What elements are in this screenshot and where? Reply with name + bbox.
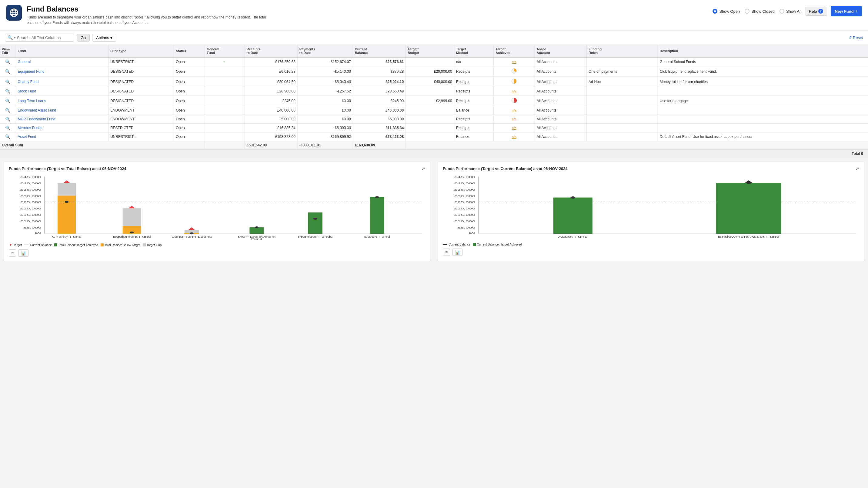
cell-general-fund: ✓ bbox=[205, 57, 245, 66]
balance-line2-icon bbox=[443, 244, 447, 245]
filter-show-open[interactable]: Show Open bbox=[713, 9, 740, 13]
svg-text:Equipment Fund: Equipment Fund bbox=[113, 235, 151, 238]
page-description: Funds are used to segregate your organis… bbox=[27, 14, 269, 26]
help-icon: ? bbox=[818, 9, 823, 13]
col-assoc-account[interactable]: Assoc.Account bbox=[535, 45, 586, 57]
bar-member-green bbox=[308, 212, 322, 234]
cell-assoc-account: All Accounts bbox=[535, 66, 586, 77]
legend-total-below: Total Raised: Below Target bbox=[101, 243, 140, 247]
row-search-icon[interactable]: 🔍 bbox=[5, 117, 10, 122]
svg-text:Endowment Asset Fund: Endowment Asset Fund bbox=[718, 235, 779, 238]
col-target-budget[interactable]: Target/Budget bbox=[406, 45, 454, 57]
col-status[interactable]: Status bbox=[174, 45, 205, 57]
cell-fund[interactable]: Equipment Fund bbox=[16, 66, 108, 77]
legend2-target-achieved: Current Balance: Target Achieved bbox=[473, 243, 522, 246]
cell-target-achieved bbox=[494, 66, 535, 77]
cell-fund[interactable]: Endowment Asset Fund bbox=[16, 106, 108, 115]
svg-text:£30,000: £30,000 bbox=[454, 194, 475, 197]
cell-view-edit: 🔍 bbox=[0, 66, 16, 77]
cell-target-achieved: n/a bbox=[494, 106, 535, 115]
actions-button[interactable]: Actions ▾ bbox=[92, 34, 116, 41]
cell-fund[interactable]: General bbox=[16, 57, 108, 66]
chart1-legend: ▼ Target Current Balance Total Raised: T… bbox=[9, 243, 425, 247]
svg-text:£20,000: £20,000 bbox=[20, 207, 41, 210]
col-receipts[interactable]: Receiptsto Date bbox=[245, 45, 297, 57]
cell-target-budget bbox=[406, 87, 454, 96]
cell-funding-rules: Ad-Hoc bbox=[586, 77, 658, 87]
cell-target-method: Balance bbox=[454, 106, 493, 115]
table-row: 🔍Asset FundUNRESTRICT...Open£198,323.00-… bbox=[0, 132, 868, 141]
cell-funding-rules bbox=[586, 124, 658, 132]
col-payments[interactable]: Paymentsto Date bbox=[297, 45, 353, 57]
help-button[interactable]: Help ? bbox=[805, 7, 827, 16]
cell-status: Open bbox=[174, 115, 205, 124]
cell-target-achieved: n/a bbox=[494, 115, 535, 124]
cell-fund-type: UNRESTRICT... bbox=[108, 57, 174, 66]
reset-button[interactable]: ↺ Reset bbox=[848, 35, 863, 40]
row-search-icon[interactable]: 🔍 bbox=[5, 108, 10, 113]
cell-general-fund bbox=[205, 115, 245, 124]
bar-charity-gap bbox=[58, 183, 76, 195]
col-funding-rules[interactable]: FundingRules bbox=[586, 45, 658, 57]
chart2-list-btn[interactable]: ≡ bbox=[443, 248, 450, 256]
cell-target-budget bbox=[406, 57, 454, 66]
row-search-icon[interactable]: 🔍 bbox=[5, 134, 10, 139]
row-search-icon[interactable]: 🔍 bbox=[5, 80, 10, 84]
go-button[interactable]: Go bbox=[77, 34, 90, 41]
cell-receipts: £28,908.00 bbox=[245, 87, 297, 96]
col-general-fund[interactable]: General..Fund bbox=[205, 45, 245, 57]
search-chevron[interactable]: ▾ bbox=[14, 36, 16, 40]
filter-show-closed[interactable]: Show Closed bbox=[745, 9, 775, 13]
cell-view-edit: 🔍 bbox=[0, 87, 16, 96]
svg-text:£10,000: £10,000 bbox=[20, 220, 41, 223]
chart2-bar-btn[interactable]: 📊 bbox=[453, 248, 463, 256]
cell-balance: £245.00 bbox=[353, 96, 405, 106]
cell-balance: £11,835.34 bbox=[353, 124, 405, 132]
cell-view-edit: 🔍 bbox=[0, 96, 16, 106]
cell-fund[interactable]: MCP Endowment Fund bbox=[16, 115, 108, 124]
cell-status: Open bbox=[174, 124, 205, 132]
chart2-title: Funds Performance (Target vs Current Bal… bbox=[443, 166, 859, 171]
cell-fund[interactable]: Charity Fund bbox=[16, 77, 108, 87]
equipment-target-arrow bbox=[128, 206, 135, 208]
cell-fund[interactable]: Stock Fund bbox=[16, 87, 108, 96]
row-search-icon[interactable]: 🔍 bbox=[5, 125, 10, 130]
cell-fund-type: DESIGNATED bbox=[108, 87, 174, 96]
new-fund-button[interactable]: New Fund + bbox=[831, 6, 862, 17]
svg-text:£10,000: £10,000 bbox=[454, 220, 475, 223]
chart1-expand-icon[interactable]: ⤢ bbox=[422, 166, 425, 171]
legend-balance-line: Current Balance bbox=[24, 243, 52, 247]
svg-text:£5,000: £5,000 bbox=[457, 226, 475, 230]
col-fund[interactable]: Fund bbox=[16, 45, 108, 57]
chart1-bar-btn[interactable]: 📊 bbox=[19, 249, 29, 257]
svg-text:£20,000: £20,000 bbox=[454, 207, 475, 210]
overall-sum-label: Overall Sum bbox=[0, 141, 205, 149]
cell-fund[interactable]: Long-Term Loans bbox=[16, 96, 108, 106]
row-search-icon[interactable]: 🔍 bbox=[5, 59, 10, 64]
asset-balance-dot bbox=[571, 196, 575, 199]
svg-text:£25,000: £25,000 bbox=[20, 201, 41, 204]
overall-sum-receipts: £501,642.80 bbox=[245, 141, 297, 149]
chart1-title: Funds Performance (Target vs Total Raise… bbox=[9, 166, 425, 171]
cell-payments: £0.00 bbox=[297, 115, 353, 124]
cell-payments: -£169,899.92 bbox=[297, 132, 353, 141]
filter-show-all[interactable]: Show All bbox=[779, 9, 801, 13]
chart2-expand-icon[interactable]: ⤢ bbox=[856, 166, 859, 171]
row-search-icon[interactable]: 🔍 bbox=[5, 89, 10, 94]
col-description[interactable]: Description bbox=[658, 45, 868, 57]
cell-assoc-account: All Accounts bbox=[535, 106, 586, 115]
col-fund-type[interactable]: Fund type bbox=[108, 45, 174, 57]
row-search-icon[interactable]: 🔍 bbox=[5, 98, 10, 103]
col-target-method[interactable]: TargetMethod bbox=[454, 45, 493, 57]
cell-fund[interactable]: Member Funds bbox=[16, 124, 108, 132]
cell-description: Club Equipment replacement Fund. bbox=[658, 66, 868, 77]
row-search-icon[interactable]: 🔍 bbox=[5, 69, 10, 74]
search-input[interactable] bbox=[17, 35, 71, 40]
col-balance[interactable]: CurrentBalance bbox=[353, 45, 405, 57]
cell-fund-type: DESIGNATED bbox=[108, 66, 174, 77]
cell-payments: -£5,140.00 bbox=[297, 66, 353, 77]
col-target-achieved[interactable]: TargetAchieved bbox=[494, 45, 535, 57]
cell-view-edit: 🔍 bbox=[0, 106, 16, 115]
cell-fund[interactable]: Asset Fund bbox=[16, 132, 108, 141]
chart1-list-btn[interactable]: ≡ bbox=[9, 249, 16, 257]
